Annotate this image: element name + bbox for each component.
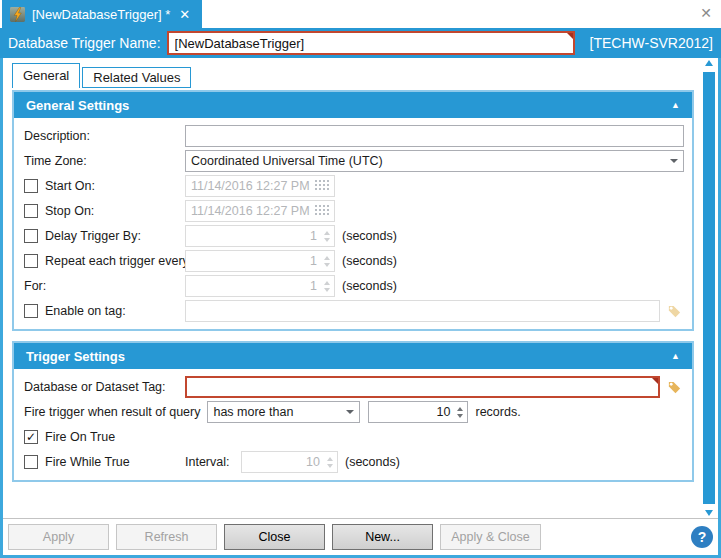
scrollbar-thumb[interactable]	[703, 72, 715, 504]
fire-while-true-label: Fire While True	[45, 455, 130, 469]
new-button[interactable]: New...	[332, 524, 433, 550]
database-trigger-editor-window: [NewDatabaseTrigger] * ✕ ✕ Database Trig…	[0, 0, 721, 558]
page-tabs: General Related Values	[12, 62, 694, 88]
editor-body: General Related Values General Settings …	[0, 58, 721, 558]
timezone-select[interactable]: Coordinated Universal Time (UTC)	[185, 150, 684, 172]
scroll-up-icon[interactable]	[705, 60, 713, 66]
spinner-down-icon[interactable]	[457, 414, 463, 418]
general-settings-group: General Settings ▲ Description: Time Zon…	[12, 90, 694, 331]
fire-on-true-label: Fire On True	[45, 430, 115, 444]
check-icon: ✓	[26, 431, 36, 443]
query-condition-label: Fire trigger when result of query	[24, 405, 200, 419]
repeat-value: 1	[310, 254, 317, 268]
chevron-down-icon	[670, 159, 678, 163]
stop-on-checkbox[interactable]	[24, 204, 38, 218]
timezone-label: Time Zone:	[24, 154, 185, 168]
database-tag-input[interactable]	[185, 376, 660, 398]
repeat-row: Repeat each trigger every: 1 (seconds)	[24, 250, 684, 272]
spinner-down-icon[interactable]	[324, 238, 330, 242]
description-input[interactable]	[185, 125, 684, 147]
tag-browse-icon[interactable]	[667, 380, 682, 395]
spinner-down-icon[interactable]	[324, 263, 330, 267]
query-count-spinner[interactable]: 10	[368, 401, 468, 423]
trigger-name-input[interactable]	[167, 31, 575, 55]
query-operator-value: has more than	[213, 405, 293, 419]
scroll-down-icon[interactable]	[705, 510, 713, 516]
trigger-settings-group: Trigger Settings ▲ Database or Dataset T…	[12, 341, 694, 482]
delay-checkbox[interactable]	[24, 229, 38, 243]
query-condition-row: Fire trigger when result of query has mo…	[24, 401, 684, 423]
records-suffix: records.	[475, 405, 520, 419]
stop-on-row: Stop On: 11/14/2016 12:27 PM	[24, 200, 684, 222]
collapse-general-icon[interactable]: ▲	[671, 101, 680, 110]
repeat-spinner[interactable]: 1	[185, 250, 335, 272]
validation-corner-mark	[567, 33, 573, 39]
vertical-scrollbar[interactable]	[701, 60, 716, 516]
stop-on-datetime-field[interactable]: 11/14/2016 12:27 PM	[185, 200, 335, 222]
description-label: Description:	[24, 129, 185, 143]
fire-while-true-checkbox[interactable]	[24, 455, 38, 469]
date-picker-grid-icon	[315, 179, 329, 193]
delay-label: Delay Trigger By:	[45, 229, 141, 243]
tab-general[interactable]: General	[12, 63, 80, 88]
refresh-button[interactable]: Refresh	[116, 524, 217, 550]
for-spinner[interactable]: 1	[185, 275, 335, 297]
spinner-up-icon[interactable]	[324, 231, 330, 235]
enable-on-tag-input[interactable]	[185, 300, 660, 322]
start-on-datetime-field[interactable]: 11/14/2016 12:27 PM	[185, 175, 335, 197]
fire-on-true-row: ✓ Fire On True	[24, 426, 684, 448]
interval-value: 10	[306, 455, 320, 469]
fire-on-true-checkbox[interactable]: ✓	[24, 430, 38, 444]
query-operator-select[interactable]: has more than	[207, 401, 360, 423]
description-row: Description:	[24, 125, 684, 147]
collapse-trigger-icon[interactable]: ▲	[671, 352, 680, 361]
spinner-up-icon[interactable]	[457, 407, 463, 411]
spinner-up-icon[interactable]	[327, 457, 333, 461]
general-settings-header: General Settings ▲	[14, 92, 692, 118]
query-count-value: 10	[437, 405, 451, 419]
delay-seconds-suffix: (seconds)	[342, 229, 397, 243]
for-label: For:	[24, 279, 185, 293]
start-on-checkbox[interactable]	[24, 179, 38, 193]
timezone-value: Coordinated Universal Time (UTC)	[191, 154, 383, 168]
tab-related-values[interactable]: Related Values	[82, 67, 191, 88]
trigger-name-bar: Database Trigger Name: [TECHW-SVR2012]	[0, 28, 721, 58]
trigger-settings-header: Trigger Settings ▲	[14, 343, 692, 369]
validation-corner-mark	[652, 378, 658, 384]
window-close-icon[interactable]: ✕	[700, 6, 712, 20]
spinner-up-icon[interactable]	[324, 281, 330, 285]
interval-spinner[interactable]: 10	[241, 451, 338, 473]
database-tag-label: Database or Dataset Tag:	[24, 380, 185, 394]
chevron-down-icon	[346, 410, 354, 414]
interval-seconds-suffix: (seconds)	[345, 455, 400, 469]
server-name: [TECHW-SVR2012]	[590, 35, 713, 51]
delay-spinner[interactable]: 1	[185, 225, 335, 247]
button-bar: Apply Refresh Close New... Apply & Close…	[3, 518, 718, 555]
date-picker-grid-icon	[315, 204, 329, 218]
repeat-checkbox[interactable]	[24, 254, 38, 268]
document-tab[interactable]: [NewDatabaseTrigger] * ✕	[2, 0, 202, 28]
document-tab-title: [NewDatabaseTrigger] *	[32, 7, 170, 22]
trigger-settings-title: Trigger Settings	[26, 349, 125, 364]
start-on-label: Start On:	[45, 179, 95, 193]
enable-on-tag-checkbox[interactable]	[24, 304, 38, 318]
close-button[interactable]: Close	[224, 524, 325, 550]
apply-and-close-button[interactable]: Apply & Close	[440, 524, 541, 550]
apply-button[interactable]: Apply	[8, 524, 109, 550]
repeat-seconds-suffix: (seconds)	[342, 254, 397, 268]
stop-on-value: 11/14/2016 12:27 PM	[191, 204, 310, 218]
enable-on-tag-row: Enable on tag:	[24, 300, 684, 322]
trigger-name-label: Database Trigger Name:	[8, 35, 161, 51]
help-button[interactable]: ?	[691, 526, 713, 548]
repeat-label: Repeat each trigger every:	[45, 254, 192, 268]
lightning-bolt-icon	[10, 7, 25, 22]
spinner-down-icon[interactable]	[327, 464, 333, 468]
timezone-row: Time Zone: Coordinated Universal Time (U…	[24, 150, 684, 172]
delay-row: Delay Trigger By: 1 (seconds)	[24, 225, 684, 247]
tag-browse-icon	[667, 304, 682, 319]
spinner-down-icon[interactable]	[324, 288, 330, 292]
tab-close-icon[interactable]: ✕	[179, 8, 190, 21]
spinner-up-icon[interactable]	[324, 256, 330, 260]
for-row: For: 1 (seconds)	[24, 275, 684, 297]
editor-content: General Related Values General Settings …	[3, 58, 718, 518]
